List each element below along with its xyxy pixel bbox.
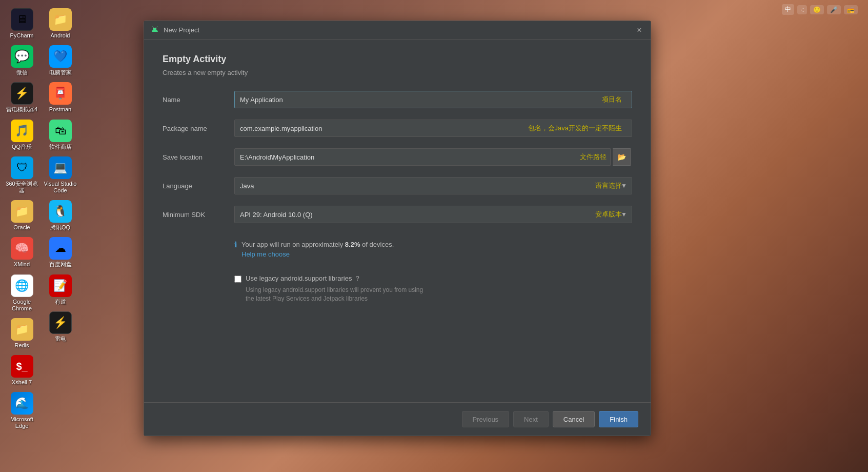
legacy-help-icon[interactable]: ?: [356, 275, 359, 282]
desktop-icon-pcmanager[interactable]: 💙 电脑管家: [41, 42, 79, 79]
legacy-checkbox-description: Using legacy android.support libraries w…: [246, 286, 632, 303]
legacy-checkbox-label[interactable]: Use legacy android.support libraries ?: [246, 274, 359, 282]
qq-icon: 🐧: [49, 200, 72, 223]
desktop-icon-redis[interactable]: 📁 Redis: [3, 315, 41, 352]
msedge-label: Microsoft Edge: [5, 416, 39, 429]
package-label: Package name: [163, 125, 234, 132]
section-title: Empty Activity: [163, 54, 632, 65]
redis-icon: 📁: [11, 318, 33, 341]
tray-mic[interactable]: 🎤: [827, 5, 841, 14]
desktop-icon-qqmusic[interactable]: 🎵 QQ音乐: [3, 116, 41, 153]
tray-dots[interactable]: ·:: [797, 5, 807, 14]
redis-label: Redis: [14, 342, 29, 349]
desktop-icon-pycharm[interactable]: 🖥 PyCharm: [3, 5, 41, 42]
desktop-icon-vscode[interactable]: 💻 Visual Studio Code: [41, 153, 79, 197]
postman-label: Postman: [49, 106, 71, 113]
android-folder-icon: 📁: [49, 8, 72, 31]
svg-line-4: [157, 26, 157, 27]
postman-icon: 📮: [49, 82, 72, 105]
folder-icon: 📂: [617, 153, 626, 161]
dialog-title-bar: New Project ×: [144, 21, 651, 40]
language-field-container: Java Kotlin ▼ 语言选择: [234, 177, 632, 194]
sdk-row: Minimum SDK API 29: Android 10.0 (Q) API…: [163, 206, 632, 223]
appstore-icon: 🛍: [49, 120, 72, 142]
baidupan-icon: ☁: [49, 237, 72, 260]
flashback-label: 雷电: [55, 336, 66, 342]
info-icon: ℹ: [234, 240, 237, 249]
youdao-icon: 📝: [49, 274, 72, 297]
pcmanager-label: 电脑管家: [49, 69, 72, 76]
cancel-button[interactable]: Cancel: [553, 411, 595, 427]
ldplayer-icon: ⚡: [11, 82, 33, 105]
msedge-icon: 🌊: [11, 392, 33, 415]
help-me-choose-link[interactable]: Help me choose: [241, 250, 394, 258]
desktop-icon-baidupan[interactable]: ☁ 百度网盘: [41, 234, 79, 271]
wechat-icon: 💬: [11, 45, 33, 68]
dialog-content: Empty Activity Creates a new empty activ…: [144, 40, 651, 402]
appstore-label: 软件商店: [49, 144, 72, 150]
xshell-icon: $_: [11, 355, 33, 378]
next-button[interactable]: Next: [513, 411, 549, 427]
info-text-before: Your app will run on approximately: [241, 241, 345, 248]
android-label: Android: [51, 32, 70, 39]
language-select[interactable]: Java Kotlin: [234, 177, 632, 194]
qqmusic-label: QQ音乐: [12, 144, 32, 150]
vscode-icon: 💻: [49, 156, 72, 179]
tray-audio[interactable]: 📻: [844, 5, 858, 14]
qqmusic-icon: 🎵: [11, 120, 33, 142]
name-label: Name: [163, 96, 234, 104]
info-text-after: of devices.: [360, 241, 394, 248]
pycharm-icon: 🖥: [11, 8, 33, 31]
name-row: Name 项目名: [163, 91, 632, 108]
new-project-dialog: New Project × Empty Activity Creates a n…: [144, 21, 651, 436]
previous-button[interactable]: Previous: [462, 411, 510, 427]
desktop-icon-wechat[interactable]: 💬 微信: [3, 42, 41, 79]
desktop-icon-qq[interactable]: 🐧 腾讯QQ: [41, 197, 79, 234]
info-text-bold: 8.2%: [345, 241, 360, 248]
legacy-checkbox[interactable]: [234, 276, 241, 283]
360-icon: 🛡: [11, 156, 33, 179]
package-input[interactable]: [234, 120, 632, 137]
legacy-checkbox-row: Use legacy android.support libraries ?: [234, 274, 632, 283]
language-row: Language Java Kotlin ▼ 语言选择: [163, 177, 632, 194]
tray-input-method[interactable]: 中: [782, 4, 794, 15]
dialog-title: New Project: [164, 26, 634, 34]
ldplayer-label: 雷电模拟器4: [6, 106, 37, 113]
desktop-icon-postman[interactable]: 📮 Postman: [41, 79, 79, 116]
desktop-icon-appstore[interactable]: 🛍 软件商店: [41, 116, 79, 153]
dialog-close-button[interactable]: ×: [634, 25, 644, 35]
name-field-container: 项目名: [234, 91, 632, 108]
save-location-browse-button[interactable]: 📂: [613, 148, 631, 166]
section-subtitle: Creates a new empty activity: [163, 69, 632, 76]
flashback-icon: ⚡: [49, 311, 72, 334]
finish-button[interactable]: Finish: [599, 411, 638, 427]
desktop-icon-android[interactable]: 📁 Android: [41, 5, 79, 42]
tray-emoji[interactable]: 🙂: [810, 5, 824, 14]
desktop-icon-youdao[interactable]: 📝 有道: [41, 271, 79, 308]
desktop-icon-ldplayer[interactable]: ⚡ 雷电模拟器4: [3, 79, 41, 116]
chrome-icon: 🌐: [11, 274, 33, 297]
save-location-input[interactable]: [234, 148, 611, 166]
xshell-label: Xshell 7: [12, 379, 32, 386]
desktop-icon-xmind[interactable]: 🧠 XMind: [3, 234, 41, 271]
sdk-field-container: API 29: Android 10.0 (Q) API 28: Android…: [234, 206, 632, 223]
oracle-icon: 📁: [11, 200, 33, 223]
desktop-icon-msedge[interactable]: 🌊 Microsoft Edge: [3, 389, 41, 432]
save-label: Save location: [163, 153, 234, 161]
svg-point-1: [153, 27, 154, 28]
svg-point-2: [155, 27, 156, 28]
baidupan-label: 百度网盘: [49, 261, 72, 268]
desktop-icon-xshell[interactable]: $_ Xshell 7: [3, 352, 41, 389]
device-info-row: ℹ Your app will run on approximately 8.2…: [234, 240, 632, 258]
svg-line-3: [152, 26, 153, 27]
sdk-select[interactable]: API 29: Android 10.0 (Q) API 28: Android…: [234, 206, 632, 223]
xmind-icon: 🧠: [11, 237, 33, 260]
desktop-icon-360[interactable]: 🛡 360安全浏览器: [3, 153, 41, 197]
desktop-icon-chrome[interactable]: 🌐 Google Chrome: [3, 271, 41, 315]
package-field-container: 包名，会Java开发的一定不陌生: [234, 120, 632, 137]
name-input[interactable]: [234, 91, 632, 108]
oracle-label: Oracle: [13, 224, 30, 231]
desktop-icon-oracle[interactable]: 📁 Oracle: [3, 197, 41, 234]
pycharm-label: PyCharm: [10, 32, 34, 39]
desktop-icon-flashback[interactable]: ⚡ 雷电: [41, 308, 79, 345]
